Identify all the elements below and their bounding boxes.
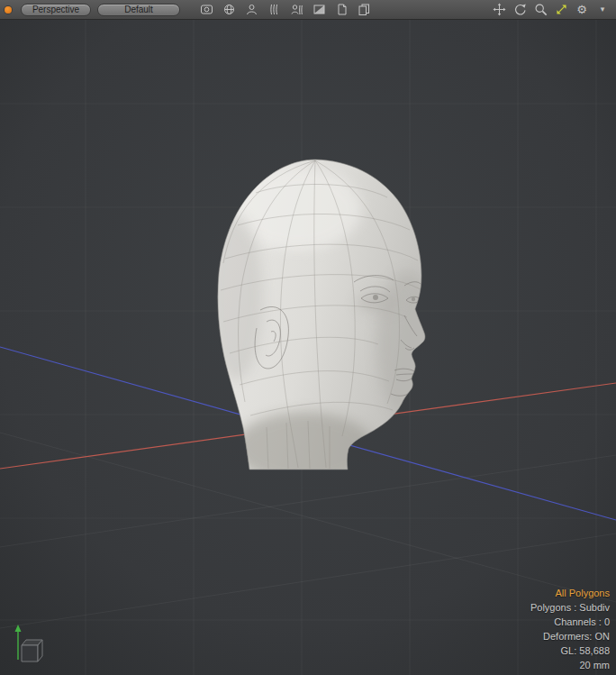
deformers-label: Deformers: ON [530, 629, 610, 643]
channels-label: Channels : 0 [530, 615, 610, 629]
display-icon-group [199, 3, 371, 16]
bust-hatch-icon[interactable] [289, 3, 303, 16]
viewport-menu-dot[interactable] [5, 6, 12, 14]
perspective-dropdown[interactable]: Perspective [21, 4, 91, 16]
viewport-3d[interactable]: All Polygons Polygons : Subdiv Channels … [0, 20, 616, 675]
scene-canvas[interactable] [0, 20, 616, 675]
viewport-info: All Polygons Polygons : Subdiv Channels … [530, 586, 610, 672]
grid-size-label: 20 mm [530, 658, 610, 672]
shaded-square-icon[interactable] [312, 3, 326, 16]
viewport-toolbar: Perspective Default [0, 0, 616, 20]
gl-count-label: GL: 58,688 [530, 643, 610, 658]
modeling-app-viewport: Perspective Default [0, 0, 616, 675]
hatch-lines-icon[interactable] [267, 3, 281, 16]
wireframe-globe-icon[interactable] [222, 3, 236, 16]
zoom-icon[interactable] [533, 3, 548, 16]
orbit-icon[interactable] [512, 3, 527, 16]
camera-icon[interactable] [199, 3, 213, 16]
pages-icon[interactable] [357, 3, 371, 16]
shading-style-dropdown[interactable]: Default [97, 4, 180, 16]
bust-icon[interactable] [244, 3, 258, 16]
pan-icon[interactable] [492, 3, 506, 16]
nav-icon-group: ⚙ ▾ [492, 3, 610, 16]
gear-icon[interactable]: ⚙ [575, 3, 589, 16]
page-icon[interactable] [334, 3, 349, 16]
more-options-icon[interactable]: ▾ [595, 3, 610, 16]
fit-maximize-icon[interactable] [554, 3, 568, 16]
selection-mode-label: All Polygons [530, 586, 610, 600]
geometry-type-label: Polygons : Subdiv [530, 600, 610, 615]
